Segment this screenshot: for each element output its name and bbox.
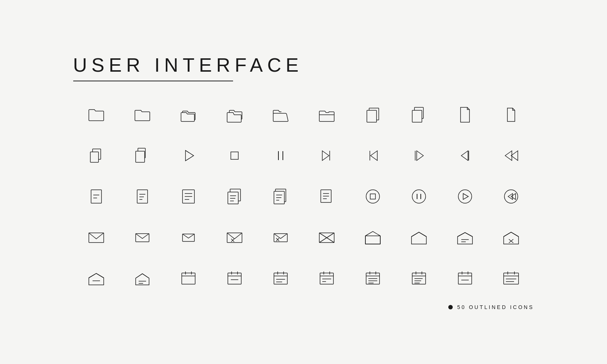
next-icon — [304, 141, 350, 170]
svg-rect-90 — [274, 273, 287, 284]
svg-rect-116 — [458, 273, 472, 284]
svg-rect-2 — [367, 110, 377, 122]
doc-minus-2-icon — [119, 182, 165, 211]
fast-rewind-icon — [488, 141, 534, 170]
rewind-icon — [442, 141, 488, 170]
calendar-6-icon — [396, 263, 442, 293]
svg-rect-81 — [182, 273, 195, 284]
svg-marker-18 — [417, 151, 423, 160]
mail-open-5-icon — [119, 263, 165, 293]
doc-list-2-icon — [212, 182, 258, 211]
play-circle-icon — [442, 182, 488, 211]
svg-point-53 — [458, 190, 472, 203]
page-title: USER INTERFACE — [73, 54, 534, 76]
mail-x-2-icon — [258, 222, 304, 252]
stop-icon — [212, 141, 258, 170]
play-icon — [165, 141, 212, 170]
svg-rect-4 — [412, 110, 422, 122]
svg-rect-26 — [137, 190, 148, 203]
svg-marker-54 — [463, 194, 468, 199]
svg-point-50 — [412, 190, 426, 203]
rewind-circle-icon — [488, 182, 534, 211]
folder-1-icon — [73, 100, 119, 130]
icon-grid — [73, 100, 534, 293]
svg-marker-19 — [461, 151, 468, 160]
stop-circle-icon — [350, 182, 396, 211]
calendar-2-icon — [212, 263, 258, 293]
svg-rect-23 — [91, 190, 101, 203]
svg-marker-9 — [185, 150, 194, 161]
calendar-1-icon — [165, 263, 212, 293]
title-underline — [73, 81, 233, 81]
calendar-4-icon — [304, 263, 350, 293]
folder-2-icon — [119, 100, 165, 130]
calendar-8-icon — [488, 263, 534, 293]
folder-open-2-icon — [304, 100, 350, 130]
forward-icon — [396, 141, 442, 170]
mail-open-3-icon — [442, 222, 488, 252]
calendar-5-icon — [350, 263, 396, 293]
svg-marker-57 — [511, 194, 516, 199]
mail-x-1-icon — [212, 222, 258, 252]
footer-text: 50 OUTLINED ICONS — [457, 304, 534, 310]
prev-icon — [350, 141, 396, 170]
svg-rect-35 — [228, 192, 238, 204]
mail-3-icon — [165, 222, 212, 252]
title-section: USER INTERFACE — [73, 54, 534, 81]
svg-rect-6 — [90, 152, 99, 162]
mail-open-1-icon — [350, 222, 396, 252]
svg-rect-10 — [231, 152, 238, 159]
svg-rect-70 — [365, 236, 380, 244]
mail-open-x-icon — [488, 222, 534, 252]
copy-1-icon — [350, 100, 396, 130]
pause-icon — [258, 141, 304, 170]
footer-dot — [448, 305, 453, 309]
svg-rect-8 — [136, 151, 145, 162]
mail-open-4-icon — [73, 263, 119, 293]
doc-list-4-icon — [304, 182, 350, 211]
doc-list-3-icon — [258, 182, 304, 211]
folder-multiple-2-icon — [212, 100, 258, 130]
mail-2-icon — [119, 222, 165, 252]
svg-rect-49 — [370, 194, 375, 199]
svg-marker-13 — [322, 151, 329, 160]
doc-list-1-icon — [165, 182, 212, 211]
folder-multiple-1-icon — [165, 100, 212, 130]
folder-open-1-icon — [258, 100, 304, 130]
mail-1-icon — [73, 222, 119, 252]
main-container: USER INTERFACE — [43, 32, 564, 332]
svg-rect-96 — [320, 273, 333, 284]
svg-point-48 — [366, 190, 380, 203]
calendar-7-icon — [442, 263, 488, 293]
files-2-icon — [119, 141, 165, 170]
svg-marker-16 — [371, 151, 377, 160]
svg-rect-85 — [228, 273, 241, 284]
doc-minus-1-icon — [73, 182, 119, 211]
mail-open-2-icon — [396, 222, 442, 252]
files-1-icon — [73, 141, 119, 170]
svg-rect-121 — [504, 273, 519, 284]
calendar-3-icon — [258, 263, 304, 293]
svg-marker-56 — [508, 194, 513, 199]
pause-circle-icon — [396, 182, 442, 211]
mail-x-3-icon — [304, 222, 350, 252]
file-1-icon — [442, 100, 488, 130]
file-2-icon — [488, 100, 534, 130]
copy-2-icon — [396, 100, 442, 130]
footer: 50 OUTLINED ICONS — [73, 304, 534, 310]
